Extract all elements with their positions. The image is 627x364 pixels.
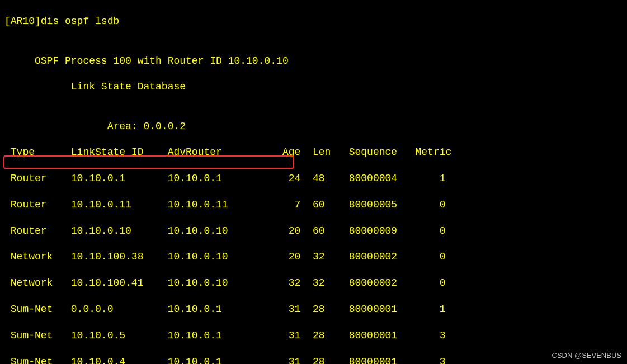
ospf-process-header: OSPF Process 100 with Router ID 10.10.0.… <box>4 55 623 68</box>
terminal-output[interactable]: [AR10]dis ospf lsdb OSPF Process 100 wit… <box>0 0 627 364</box>
table-row: Network 10.10.100.41 10.10.0.10 32 32 80… <box>4 277 623 290</box>
table-row: Router 10.10.0.10 10.10.0.10 20 60 80000… <box>4 225 623 238</box>
lsdb-header: Link State Database <box>4 81 623 93</box>
table-row: Sum-Net 10.10.0.5 10.10.0.1 31 28 800000… <box>4 329 623 342</box>
table-row-highlighted: Sum-Net 0.0.0.0 10.10.0.1 31 28 80000001… <box>4 303 623 316</box>
table-row: Network 10.10.100.38 10.10.0.10 20 32 80… <box>4 250 623 263</box>
watermark-text: CSDN @SEVENBUS <box>552 351 621 361</box>
table-row: Router 10.10.0.11 10.10.0.11 7 60 800000… <box>4 198 623 211</box>
area-line: Area: 0.0.0.2 <box>4 120 623 133</box>
table-column-headers: Type LinkState ID AdvRouter Age Len Sequ… <box>4 146 623 159</box>
command-prompt-line: [AR10]dis ospf lsdb <box>4 15 623 28</box>
table-row: Sum-Net 10.10.0.4 10.10.0.1 31 28 800000… <box>4 356 623 364</box>
table-row: Router 10.10.0.1 10.10.0.1 24 48 8000000… <box>4 172 623 185</box>
